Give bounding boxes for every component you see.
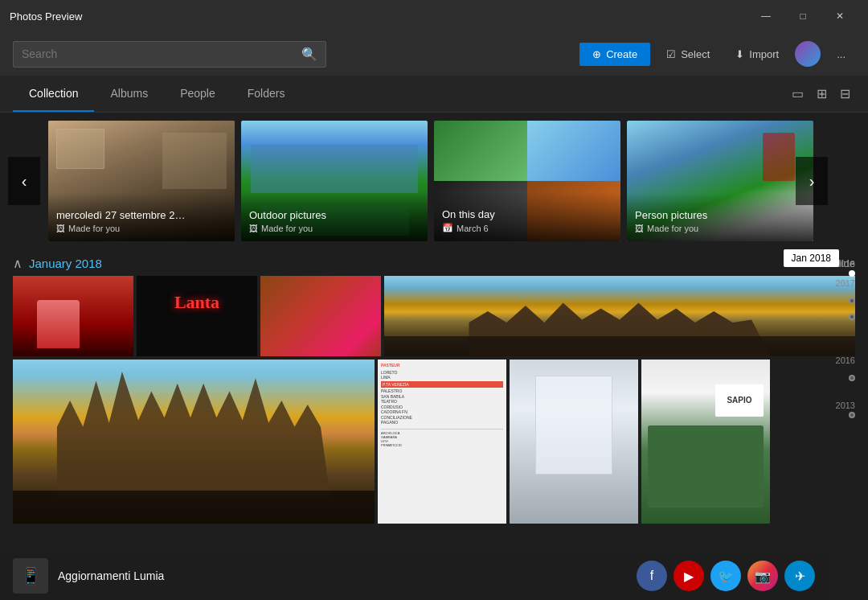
notification-icon: 📱 (13, 558, 48, 594)
view-controls: ▭ ⊞ ⊟ (787, 83, 855, 105)
social-icons: f ▶ 🐦 📷 ✈ (637, 561, 815, 591)
timeline-dot-small-4 (849, 412, 855, 418)
timeline-dot-small-2 (849, 314, 855, 320)
timeline-tooltip: Jan 2018 (784, 249, 839, 267)
story-card-1[interactable]: mercoledì 27 settembre 2… 🖼 Made for you (48, 121, 235, 241)
story-card-3[interactable]: On this day 📅 March 6 (434, 121, 620, 241)
photo-item-4[interactable] (384, 276, 855, 356)
toolbar: 🔍 ⊕ Create ☑ Select ⬇ Import ... (0, 32, 868, 76)
select-icon: ☑ (666, 48, 676, 60)
story-card-4[interactable]: Person pictures 🖼 Made for you (627, 121, 813, 241)
tab-folders[interactable]: Folders (231, 76, 301, 112)
tab-albums[interactable]: Albums (94, 76, 164, 112)
story-card-4-overlay: Person pictures 🖼 Made for you (627, 193, 813, 241)
nav-bar: Collection Albums People Folders ▭ ⊞ ⊟ (0, 76, 868, 113)
story-card-2-overlay: Outdoor pictures 🖼 Made for you (241, 193, 428, 241)
calendar-icon: 📅 (442, 223, 453, 233)
create-icon: ⊕ (592, 48, 601, 60)
search-box[interactable]: 🔍 (13, 41, 326, 68)
youtube-icon[interactable]: ▶ (674, 561, 704, 591)
stories-prev-button[interactable]: ‹ (8, 157, 40, 205)
view-single-button[interactable]: ▭ (787, 83, 809, 105)
timeline-dot-2017a[interactable] (849, 298, 855, 304)
timeline-dot-2016[interactable] (849, 375, 855, 381)
tab-collection[interactable]: Collection (13, 76, 94, 112)
made-for-you-icon-4: 🖼 (635, 224, 644, 233)
nav-tabs: Collection Albums People Folders (13, 76, 301, 112)
photo-row-1: Lanta (13, 276, 855, 356)
select-button[interactable]: ☑ Select (657, 43, 719, 66)
photo-item-1[interactable] (13, 276, 133, 356)
photo-item-cathedral[interactable] (13, 360, 375, 524)
story-card-3-title: On this day (442, 208, 612, 220)
made-for-you-icon-1: 🖼 (56, 224, 65, 233)
notification-bar: 📱 Aggiornamenti Lumia f ▶ 🐦 📷 ✈ (0, 552, 828, 600)
story-card-1-overlay: mercoledì 27 settembre 2… 🖼 Made for you (48, 193, 235, 241)
story-card-2[interactable]: Outdoor pictures 🖼 Made for you (241, 121, 428, 241)
story-card-1-sub: 🖼 Made for you (56, 224, 227, 233)
notification-text: Aggiornamenti Lumia (58, 569, 164, 582)
timeline-dot (849, 270, 855, 277)
timeline-dot-small (849, 298, 855, 304)
timeline: Jan 2018 2018 2017 2016 (823, 241, 855, 552)
story-card-3-sub: 📅 March 6 (442, 223, 612, 233)
search-input[interactable] (22, 47, 295, 60)
maximize-button[interactable]: □ (784, 0, 821, 32)
story-card-2-title: Outdoor pictures (249, 209, 420, 221)
toolbar-right: ⊕ Create ☑ Select ⬇ Import ... (579, 41, 855, 67)
close-button[interactable]: ✕ (821, 0, 858, 32)
story-card-1-title: mercoledì 27 settembre 2… (56, 209, 227, 221)
minimize-button[interactable]: — (747, 0, 784, 32)
story-card-3-overlay: On this day 📅 March 6 (434, 192, 620, 241)
view-grid2-button[interactable]: ⊞ (812, 83, 832, 105)
section-title-jan2018[interactable]: January 2018 (29, 257, 102, 270)
main-content: ‹ mercoledì 27 settembre 2… 🖼 Made for y… (0, 113, 868, 600)
timeline-dot-small-3 (849, 375, 855, 381)
stories-next-button[interactable]: › (796, 157, 828, 205)
select-label: Select (681, 48, 710, 60)
timeline-2017[interactable]: 2017 (836, 278, 855, 288)
instagram-icon[interactable]: 📷 (747, 561, 778, 591)
app-window: Photos Preview — □ ✕ 🔍 ⊕ Create ☑ Select… (0, 0, 868, 600)
story-card-4-sub: 🖼 Made for you (635, 224, 805, 233)
photo-grid: Lanta (0, 276, 868, 524)
create-label: Create (606, 48, 637, 60)
timeline-2013[interactable]: 2013 (836, 401, 855, 410)
import-label: Import (749, 48, 779, 60)
import-icon: ⬇ (735, 48, 744, 60)
app-title: Photos Preview (10, 10, 747, 23)
timeline-dot-2013[interactable] (849, 412, 855, 418)
window-controls: — □ ✕ (747, 0, 858, 32)
view-grid3-button[interactable]: ⊟ (835, 83, 855, 105)
stories-row: ‹ mercoledì 27 settembre 2… 🖼 Made for y… (0, 113, 868, 249)
search-icon[interactable]: 🔍 (301, 47, 317, 62)
photo-item-truck[interactable]: SAPIO (641, 360, 770, 524)
titlebar: Photos Preview — □ ✕ (0, 0, 868, 32)
avatar[interactable] (795, 41, 821, 67)
timeline-2016[interactable]: 2016 (836, 355, 855, 365)
timeline-dot-2017b[interactable] (849, 314, 855, 320)
more-button[interactable]: ... (827, 43, 855, 66)
photo-item-2[interactable]: Lanta (137, 276, 257, 356)
photo-item-building[interactable] (510, 360, 638, 524)
telegram-icon[interactable]: ✈ (784, 561, 815, 591)
photo-row-2: PASTEUR LORETO LIMA P.TA VENEZIA PALESTR… (13, 360, 855, 524)
twitter-icon[interactable]: 🐦 (710, 561, 741, 591)
tab-people[interactable]: People (164, 76, 231, 112)
import-button[interactable]: ⬇ Import (726, 43, 788, 66)
made-for-you-icon-2: 🖼 (249, 224, 258, 233)
timeline-dot-active[interactable] (849, 270, 855, 277)
section-header-jan2018: ∧ January 2018 ↑ Hide (0, 249, 868, 276)
story-card-4-title: Person pictures (635, 209, 805, 221)
create-button[interactable]: ⊕ Create (579, 43, 650, 66)
photo-item-3[interactable] (260, 276, 381, 356)
facebook-icon[interactable]: f (637, 561, 667, 591)
collapse-button[interactable]: ∧ (13, 256, 23, 271)
photo-item-metro[interactable]: PASTEUR LORETO LIMA P.TA VENEZIA PALESTR… (378, 360, 506, 524)
story-card-2-sub: 🖼 Made for you (249, 224, 420, 233)
